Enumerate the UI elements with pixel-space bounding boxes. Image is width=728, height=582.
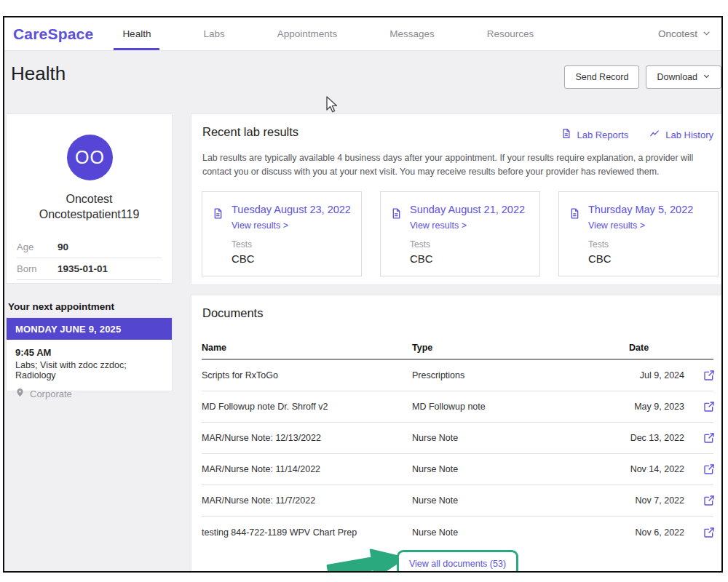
lab-history-label: Lab History	[665, 129, 713, 140]
tests-label: Tests	[232, 239, 252, 250]
table-row: Scripts for RxToGo Prescriptions Jul 9, …	[202, 360, 713, 391]
avatar-initials: OO	[75, 147, 105, 168]
documents-table: Name Type Date Scripts for RxToGo Prescr…	[191, 331, 723, 548]
recent-labs-title: Recent lab results	[202, 125, 298, 139]
view-results-link[interactable]: View results >	[588, 220, 645, 231]
tests-label: Tests	[588, 239, 609, 250]
download-button[interactable]: Download	[646, 65, 721, 89]
table-row: MAR/Nurse Note: 11/7/2022 Nurse Note Nov…	[202, 485, 713, 517]
doc-date: May 9, 2023	[629, 402, 693, 412]
tab-messages[interactable]: Messages	[381, 17, 443, 50]
header-actions: Send Record Download	[564, 65, 721, 89]
account-name: Oncotest	[658, 28, 697, 39]
tab-appointments[interactable]: Appointments	[269, 17, 347, 50]
document-icon	[212, 207, 223, 223]
tests-value: CBC	[588, 252, 612, 265]
lab-date: Thursday May 5, 2022	[588, 204, 693, 215]
patient-name: Oncotest Oncotestpatient119	[7, 191, 172, 222]
open-document-icon[interactable]	[703, 463, 715, 475]
document-icon	[569, 207, 580, 223]
open-document-icon[interactable]	[703, 432, 715, 444]
recent-labs-panel: Recent lab results Lab Reports Lab Histo…	[191, 113, 723, 285]
appointment-details: Labs; Visit with zdoc zzdoc; Radiology	[15, 360, 163, 380]
appointment-time: 9:45 AM	[15, 347, 163, 358]
doc-date: Nov 7, 2022	[629, 495, 693, 506]
lab-links: Lab Reports Lab History	[561, 128, 713, 141]
lab-reports-label: Lab Reports	[577, 129, 628, 140]
send-record-label: Send Record	[575, 72, 628, 82]
col-name: Name	[202, 337, 412, 353]
patient-card: OO Oncotest Oncotestpatient119 Age 90 Bo…	[6, 113, 173, 284]
age-value: 90	[58, 242, 68, 252]
age-row: Age 90	[17, 236, 162, 258]
documents-title: Documents	[202, 306, 263, 320]
documents-panel: Documents Name Type Date Scripts for RxT…	[191, 295, 723, 573]
location-pin-icon	[15, 387, 25, 400]
open-document-icon[interactable]	[703, 527, 715, 538]
view-results-link[interactable]: View results >	[410, 220, 467, 231]
table-row: MAR/Nurse Note: 11/14/2022 Nurse Note No…	[202, 454, 713, 485]
location-label: Corporate	[30, 388, 72, 399]
trend-line-icon	[649, 129, 660, 141]
table-row: testing 844-722-1189 WPV Chart Prep Nurs…	[202, 517, 713, 548]
next-appointment-heading: Your next appointment	[8, 301, 114, 312]
annotation-highlight-box: View all documents (53)	[397, 550, 518, 573]
doc-type: Nurse Note	[412, 495, 629, 506]
lab-result-card: Tuesday August 23, 2022 View results > T…	[202, 191, 362, 276]
doc-name: testing 844-722-1189 WPV Chart Prep	[202, 527, 412, 538]
table-row: MAR/Nurse Note: 12/13/2022 Nurse Note De…	[202, 423, 713, 454]
tests-value: CBC	[410, 252, 433, 265]
lab-result-cards: Tuesday August 23, 2022 View results > T…	[202, 191, 719, 276]
doc-name: MAR/Nurse Note: 12/13/2022	[202, 433, 412, 443]
chevron-down-icon	[703, 72, 711, 82]
patient-avatar: OO	[67, 135, 113, 180]
doc-type: Nurse Note	[412, 433, 629, 443]
open-document-icon[interactable]	[703, 370, 715, 381]
documents-table-header: Name Type Date	[202, 331, 713, 360]
brand-logo[interactable]: CareSpace	[4, 25, 93, 43]
lab-result-card: Sunday August 21, 2022 View results > Te…	[380, 191, 540, 276]
age-label: Age	[17, 242, 58, 252]
lab-history-link[interactable]: Lab History	[649, 128, 713, 141]
table-row: MD Followup note Dr. Shroff v2 MD Follow…	[202, 391, 713, 423]
view-results-link[interactable]: View results >	[232, 220, 288, 231]
next-appointment-card: MONDAY JUNE 9, 2025 9:45 AM Labs; Visit …	[6, 317, 173, 391]
appointment-location: Corporate	[15, 387, 163, 400]
tab-labs[interactable]: Labs	[194, 17, 233, 50]
doc-type: Nurse Note	[412, 464, 629, 474]
document-icon	[390, 207, 402, 223]
doc-type: MD Followup note	[412, 402, 629, 412]
doc-type: Prescriptions	[412, 370, 629, 380]
doc-date: Nov 6, 2022	[629, 527, 693, 538]
chevron-down-icon	[702, 28, 711, 40]
doc-name: MAR/Nurse Note: 11/7/2022	[202, 495, 412, 506]
col-type: Type	[412, 337, 629, 353]
open-document-icon[interactable]	[703, 401, 715, 412]
tests-value: CBC	[232, 252, 255, 265]
doc-name: MD Followup note Dr. Shroff v2	[202, 402, 412, 412]
appointment-date-banner: MONDAY JUNE 9, 2025	[7, 318, 172, 340]
open-document-icon[interactable]	[703, 495, 715, 506]
page-header: Health Send Record Download	[4, 51, 721, 105]
doc-date: Jul 9, 2024	[629, 370, 693, 380]
tests-label: Tests	[410, 239, 430, 250]
app-window: CareSpace Health Labs Appointments Messa…	[3, 16, 723, 573]
born-row: Born 1935-01-01	[17, 258, 162, 280]
doc-type: Nurse Note	[412, 527, 629, 538]
col-date: Date	[629, 337, 693, 353]
lab-reports-link[interactable]: Lab Reports	[561, 128, 628, 141]
doc-date: Nov 14, 2022	[629, 464, 693, 474]
view-all-documents-area: View all documents (53)	[191, 550, 723, 573]
born-label: Born	[17, 263, 58, 274]
nav-tabs: Health Labs Appointments Messages Resour…	[114, 17, 542, 50]
doc-name: Scripts for RxToGo	[202, 370, 412, 380]
view-all-documents-link[interactable]: View all documents (53)	[409, 559, 506, 569]
appointment-body: 9:45 AM Labs; Visit with zdoc zzdoc; Rad…	[7, 340, 172, 400]
account-menu[interactable]: Oncotest	[658, 28, 721, 40]
tab-health[interactable]: Health	[114, 17, 159, 50]
doc-name: MAR/Nurse Note: 11/14/2022	[202, 464, 412, 474]
tab-resources[interactable]: Resources	[478, 17, 543, 50]
send-record-button[interactable]: Send Record	[564, 65, 639, 89]
document-icon	[561, 128, 571, 141]
lab-date: Sunday August 21, 2022	[410, 204, 525, 215]
